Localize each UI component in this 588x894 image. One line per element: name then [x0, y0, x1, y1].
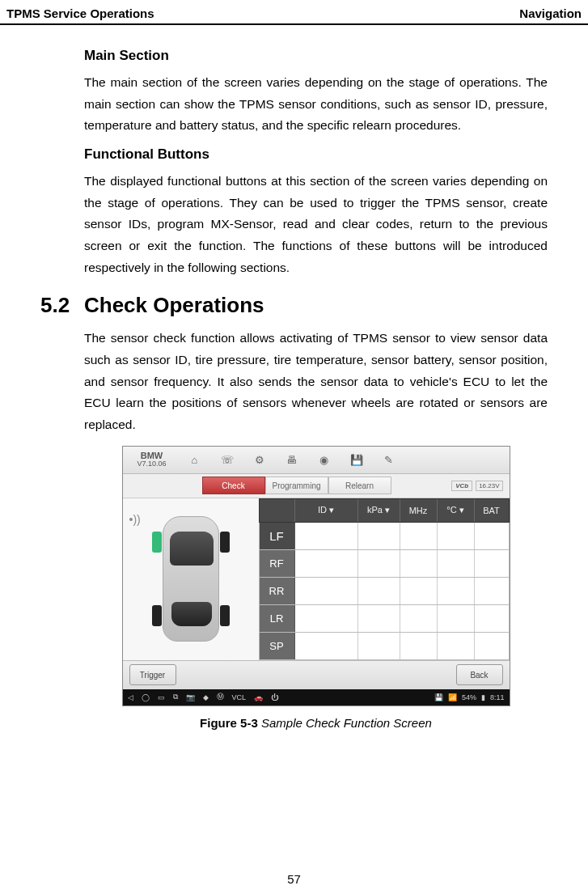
save-icon[interactable]: 💾 [343, 450, 370, 469]
signal-icon: •)) [129, 513, 141, 526]
m-icon[interactable]: Ⓜ [217, 692, 224, 702]
embedded-screenshot: BMW V7.10.06 ⌂ ☏ ⚙ 🖶 ◉ 💾 ✎ Check Program… [122, 446, 510, 706]
status-bar: ◁ ◯ ▭ ⧉ 📷 ◆ Ⓜ VCL 🚗 ⏻ 💾 📶 54% ▮ 8:1 [123, 689, 510, 705]
table-row[interactable]: SP [259, 633, 510, 660]
app-icon[interactable]: ◆ [203, 693, 209, 701]
edit-icon[interactable]: ✎ [375, 450, 403, 469]
wheel-rf[interactable] [220, 532, 230, 553]
table-row[interactable]: LR [259, 605, 510, 633]
print-icon[interactable]: 🖶 [278, 450, 306, 469]
table-header: ID ▾ kPa ▾ MHz °C ▾ BAT [259, 498, 510, 523]
back-button[interactable]: Back [456, 664, 503, 685]
wifi-icon: 📶 [448, 693, 457, 701]
function-bar: Trigger Back [123, 660, 510, 689]
tab-relearn[interactable]: Relearn [328, 477, 391, 494]
table-row[interactable]: RR [259, 578, 510, 605]
section-number: 5.2 [40, 293, 84, 318]
clock: 8:11 [490, 693, 505, 701]
sensor-table: ID ▾ kPa ▾ MHz °C ▾ BAT LF RF [259, 498, 510, 660]
tab-programming[interactable]: Programming [265, 477, 328, 494]
col-kpa[interactable]: kPa ▾ [358, 499, 400, 522]
settings-icon[interactable]: ⚙ [246, 450, 273, 469]
heading-main-section: Main Section [84, 48, 548, 64]
vehicle-badge: BMW V7.10.06 [128, 451, 176, 468]
para-main-section: The main section of the screen varies de… [84, 72, 548, 137]
record-icon[interactable]: ◉ [311, 450, 338, 469]
wheel-lf[interactable] [152, 532, 162, 553]
tab-row: Check Programming Relearn VCb 16.23V [123, 474, 510, 498]
header-right: Navigation [519, 6, 582, 20]
nav-recent-icon[interactable]: ▭ [158, 693, 165, 701]
figure-caption: Figure 5-3 Sample Check Function Screen [84, 716, 548, 730]
wheel-lr[interactable] [152, 605, 162, 626]
para-check-ops: The sensor check function allows activat… [84, 328, 548, 435]
vci-badge: VCb [451, 481, 472, 491]
page-number: 57 [0, 872, 588, 886]
phone-icon[interactable]: ☏ [214, 450, 241, 469]
header-left: TPMS Service Operations [6, 6, 154, 20]
vcl-label: VCL [232, 693, 247, 701]
wheel-rr[interactable] [220, 605, 230, 626]
table-row[interactable]: RF [259, 550, 510, 578]
col-c[interactable]: °C ▾ [438, 499, 475, 522]
main-body: •)) ID ▾ kPa ▾ MHz [123, 498, 510, 660]
power-icon[interactable]: ⏻ [271, 693, 278, 701]
home-icon[interactable]: ⌂ [181, 450, 209, 469]
heading-functional-buttons: Functional Buttons [84, 146, 548, 163]
car-status-icon: 🚗 [254, 693, 263, 701]
top-toolbar: BMW V7.10.06 ⌂ ☏ ⚙ 🖶 ◉ 💾 ✎ [123, 447, 510, 474]
para-functional-buttons: The displayed functional buttons at this… [84, 171, 548, 278]
battery-level: 54% [462, 693, 476, 701]
car-diagram: •)) [123, 498, 259, 660]
col-id[interactable]: ID ▾ [295, 499, 358, 522]
camera-icon[interactable]: 📷 [186, 693, 195, 701]
section-title: Check Operations [84, 293, 264, 318]
col-mhz: MHz [400, 499, 438, 522]
screenshot-icon[interactable]: ⧉ [173, 693, 178, 701]
battery-icon: ▮ [481, 693, 485, 701]
col-bat: BAT [475, 499, 509, 522]
nav-home-icon[interactable]: ◯ [142, 693, 150, 701]
voltage-badge: 16.23V [476, 481, 502, 491]
nav-back-icon[interactable]: ◁ [128, 693, 133, 701]
table-row[interactable]: LF [259, 523, 510, 550]
tab-check[interactable]: Check [202, 477, 265, 494]
trigger-button[interactable]: Trigger [129, 664, 176, 685]
sd-icon: 💾 [434, 693, 443, 701]
